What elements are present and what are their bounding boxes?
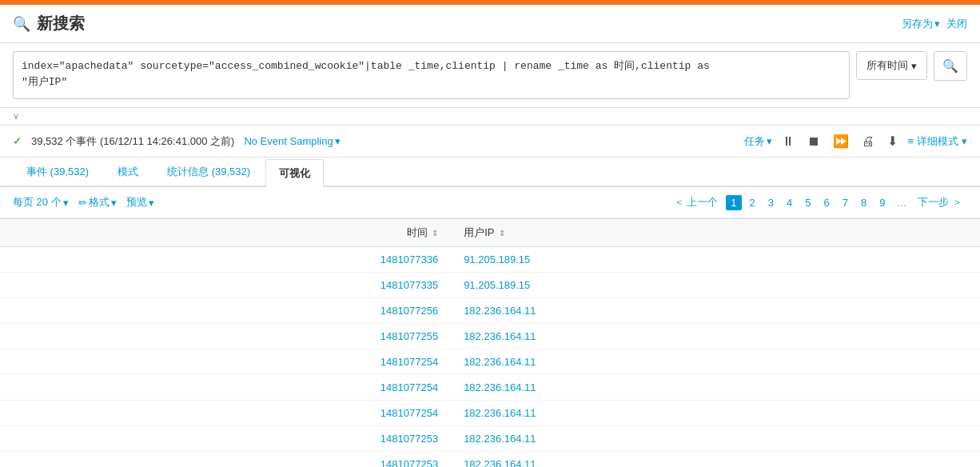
page-7[interactable]: 7 [838,195,853,210]
task-button[interactable]: 任务 ▾ [744,134,772,149]
print-button[interactable]: 🖨 [858,133,878,150]
cell-userip: 182.236.164.11 [451,452,980,468]
cell-time: 1481077336 [0,247,451,273]
list-icon: ≡ [907,135,914,147]
page-1[interactable]: 1 [726,195,741,210]
expand-toggle[interactable]: ∨ [13,111,19,121]
close-button[interactable]: 关闭 [946,17,967,31]
chevron-down-icon: ▾ [767,135,772,147]
cell-time: 1481077254 [0,401,451,426]
status-left: ✓ 39,532 个事件 (16/12/11 14:26:41.000 之前) … [13,134,341,149]
table-row: 1481077253 182.236.164.11 [0,452,980,468]
page-2[interactable]: 2 [745,195,760,210]
col-time-header[interactable]: 时间 ⇕ [0,219,451,247]
chevron-down-icon: ▾ [911,60,917,72]
header: 🔍 新搜索 另存为 ▾ 关闭 [0,5,980,43]
page-8[interactable]: 8 [856,195,871,210]
data-table: 时间 ⇕ 用户IP ⇕ 1481077336 91.205.189.15 148… [0,218,980,467]
cell-userip: 182.236.164.11 [451,324,980,349]
toolbar-left: 每页 20 个 ▾ ✏ 格式 ▾ 预览 ▾ [13,195,154,210]
event-count-text: 39,532 个事件 (16/12/11 14:26:41.000 之前) [31,134,234,149]
next-page-button[interactable]: 下一步 ＞ [913,194,967,211]
search-icon: 🔍 [13,15,30,33]
page-title: 新搜索 [37,13,85,34]
expand-row: ∨ [0,108,980,126]
time-picker-button[interactable]: 所有时间 ▾ [856,51,927,80]
header-left: 🔍 新搜索 [13,13,85,34]
table-row: 1481077255 182.236.164.11 [0,324,980,349]
download-button[interactable]: ⬇ [884,132,901,150]
status-ok-icon: ✓ [13,135,22,147]
table-row: 1481077254 182.236.164.11 [0,375,980,401]
chevron-down-icon: ▾ [149,197,154,209]
cell-userip: 182.236.164.11 [451,401,980,426]
search-run-icon: 🔍 [942,59,958,73]
format-button[interactable]: ✏ 格式 ▾ [78,195,117,210]
page-5[interactable]: 5 [800,195,815,210]
table-row: 1481077256 182.236.164.11 [0,298,980,324]
search-go-button[interactable]: 🔍 [934,51,967,81]
status-right: 任务 ▾ ⏸ ⏹ ⏩ 🖨 ⬇ ≡ 详细模式 ▾ [744,132,967,150]
stop-button[interactable]: ⏹ [804,133,823,150]
cell-userip: 182.236.164.11 [451,349,980,375]
page-dots: … [893,195,910,210]
detail-mode-button[interactable]: ≡ 详细模式 ▾ [907,134,967,149]
cell-userip: 91.205.189.15 [451,247,980,273]
chevron-down-icon: ▾ [335,135,341,147]
toolbar-row: 每页 20 个 ▾ ✏ 格式 ▾ 预览 ▾ ＜ 上一个 1 2 3 4 5 6 … [0,187,980,218]
search-input[interactable]: index="apachedata" sourcetype="access_co… [13,51,850,99]
cell-userip: 91.205.189.15 [451,273,980,298]
page-9[interactable]: 9 [874,195,890,210]
cell-time: 1481077253 [0,426,451,452]
forward-button[interactable]: ⏩ [830,132,852,150]
page-6[interactable]: 6 [819,195,834,210]
table-row: 1481077254 182.236.164.11 [0,349,980,375]
search-bar-area: index="apachedata" sourcetype="access_co… [0,43,980,108]
pagination: ＜ 上一个 1 2 3 4 5 6 7 8 9 … 下一步 ＞ [669,194,967,211]
table-header-row: 时间 ⇕ 用户IP ⇕ [0,219,980,247]
sort-icon: ⇕ [432,229,438,237]
cell-time: 1481077254 [0,349,451,375]
table-row: 1481077336 91.205.189.15 [0,247,980,273]
save-as-button[interactable]: 另存为 ▾ [902,17,940,31]
cell-time: 1481077253 [0,452,451,468]
header-right: 另存为 ▾ 关闭 [902,17,967,31]
table-row: 1481077335 91.205.189.15 [0,273,980,298]
chevron-down-icon: ▾ [962,135,967,147]
table-row: 1481077253 182.236.164.11 [0,426,980,452]
chevron-down-icon: ▾ [111,197,117,209]
status-bar: ✓ 39,532 个事件 (16/12/11 14:26:41.000 之前) … [0,126,980,158]
cell-userip: 182.236.164.11 [451,298,980,324]
no-event-sampling-button[interactable]: No Event Sampling ▾ [244,135,340,147]
chevron-down-icon: ▾ [934,18,940,30]
tab-patterns[interactable]: 模式 [104,158,152,186]
per-page-button[interactable]: 每页 20 个 ▾ [13,195,69,210]
cell-time: 1481077335 [0,273,451,298]
tab-stats[interactable]: 统计信息 (39,532) [153,158,264,186]
tab-events[interactable]: 事件 (39,532) [13,158,102,186]
pause-button[interactable]: ⏸ [779,133,798,150]
cell-time: 1481077254 [0,375,451,401]
edit-icon: ✏ [78,197,87,209]
table-row: 1481077254 182.236.164.11 [0,401,980,426]
page-3[interactable]: 3 [763,195,779,210]
tabs-bar: 事件 (39,532) 模式 统计信息 (39,532) 可视化 [0,158,980,187]
chevron-down-icon: ▾ [63,197,69,209]
cell-time: 1481077256 [0,298,451,324]
cell-time: 1481077255 [0,324,451,349]
prev-page-button[interactable]: ＜ 上一个 [669,194,723,211]
cell-userip: 182.236.164.11 [451,426,980,452]
sort-icon: ⇕ [499,229,505,237]
col-userip-header[interactable]: 用户IP ⇕ [451,219,980,247]
cell-userip: 182.236.164.11 [451,375,980,401]
tab-visualize[interactable]: 可视化 [265,159,324,187]
preview-button[interactable]: 预览 ▾ [126,195,154,210]
page-4[interactable]: 4 [782,195,797,210]
